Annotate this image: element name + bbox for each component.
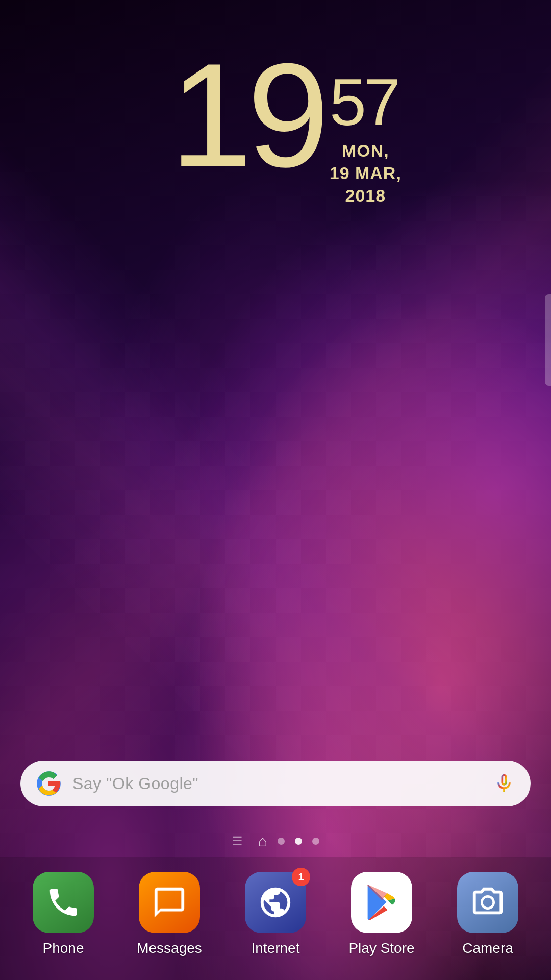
- home-icon[interactable]: ⌂: [258, 832, 267, 850]
- recents-icon[interactable]: ☰: [232, 834, 243, 848]
- dock-item-playstore[interactable]: Play Store: [341, 872, 422, 957]
- clock-minute: 57: [330, 69, 402, 135]
- search-placeholder: Say "Ok Google": [72, 774, 488, 793]
- google-logo-icon: [36, 770, 62, 797]
- edge-handle[interactable]: [545, 294, 551, 386]
- clock-hour: 19: [170, 41, 324, 189]
- playstore-label: Play Store: [348, 940, 414, 957]
- search-bar-container[interactable]: Say "Ok Google": [20, 761, 531, 806]
- phone-icon: [45, 885, 81, 920]
- dock-item-messages[interactable]: Messages: [129, 872, 210, 957]
- internet-label: Internet: [252, 940, 300, 957]
- messages-label: Messages: [137, 940, 202, 957]
- dock-item-internet[interactable]: 1 Internet: [235, 872, 316, 957]
- camera-label: Camera: [462, 940, 513, 957]
- dock-item-camera[interactable]: Camera: [447, 872, 529, 957]
- camera-icon: [470, 885, 506, 920]
- internet-badge: 1: [292, 868, 310, 886]
- internet-icon-container[interactable]: 1: [245, 872, 306, 933]
- dock: Phone Messages 1 Internet: [0, 857, 551, 980]
- page-indicators: ☰ ⌂: [0, 832, 551, 850]
- page-dot-1[interactable]: [278, 838, 285, 845]
- internet-icon: [258, 885, 293, 920]
- clock-widget: 19 57 MON, 19 MAR, 2018: [0, 41, 551, 207]
- phone-icon-container[interactable]: [33, 872, 94, 933]
- mic-icon[interactable]: [493, 772, 515, 795]
- clock-date: MON, 19 MAR, 2018: [330, 139, 402, 207]
- page-dot-2[interactable]: [295, 838, 302, 845]
- search-bar[interactable]: Say "Ok Google": [20, 761, 531, 806]
- page-dot-3[interactable]: [312, 838, 319, 845]
- dock-item-phone[interactable]: Phone: [22, 872, 104, 957]
- playstore-icon: [364, 885, 399, 920]
- messages-icon: [152, 885, 187, 920]
- playstore-icon-container[interactable]: [351, 872, 412, 933]
- camera-icon-container[interactable]: [457, 872, 518, 933]
- phone-label: Phone: [43, 940, 84, 957]
- messages-icon-container[interactable]: [139, 872, 200, 933]
